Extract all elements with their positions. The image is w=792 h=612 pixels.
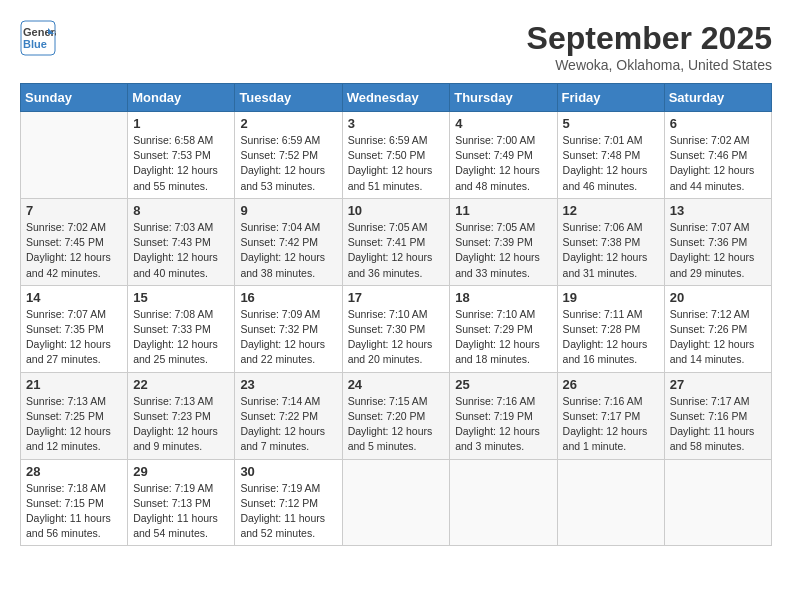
day-number: 9 xyxy=(240,203,336,218)
day-info: Sunrise: 7:11 AM Sunset: 7:28 PM Dayligh… xyxy=(563,307,659,368)
calendar-cell: 24Sunrise: 7:15 AM Sunset: 7:20 PM Dayli… xyxy=(342,372,450,459)
calendar-cell: 3Sunrise: 6:59 AM Sunset: 7:50 PM Daylig… xyxy=(342,112,450,199)
weekday-header-row: SundayMondayTuesdayWednesdayThursdayFrid… xyxy=(21,84,772,112)
calendar-cell: 4Sunrise: 7:00 AM Sunset: 7:49 PM Daylig… xyxy=(450,112,557,199)
weekday-header: Tuesday xyxy=(235,84,342,112)
calendar-cell: 5Sunrise: 7:01 AM Sunset: 7:48 PM Daylig… xyxy=(557,112,664,199)
day-info: Sunrise: 7:03 AM Sunset: 7:43 PM Dayligh… xyxy=(133,220,229,281)
day-info: Sunrise: 7:10 AM Sunset: 7:29 PM Dayligh… xyxy=(455,307,551,368)
calendar-cell: 9Sunrise: 7:04 AM Sunset: 7:42 PM Daylig… xyxy=(235,198,342,285)
day-number: 27 xyxy=(670,377,766,392)
day-number: 8 xyxy=(133,203,229,218)
day-info: Sunrise: 7:01 AM Sunset: 7:48 PM Dayligh… xyxy=(563,133,659,194)
calendar-cell: 20Sunrise: 7:12 AM Sunset: 7:26 PM Dayli… xyxy=(664,285,771,372)
day-info: Sunrise: 7:16 AM Sunset: 7:19 PM Dayligh… xyxy=(455,394,551,455)
calendar-cell xyxy=(557,459,664,546)
day-number: 22 xyxy=(133,377,229,392)
day-number: 2 xyxy=(240,116,336,131)
day-info: Sunrise: 7:02 AM Sunset: 7:46 PM Dayligh… xyxy=(670,133,766,194)
calendar-cell xyxy=(342,459,450,546)
day-info: Sunrise: 6:59 AM Sunset: 7:52 PM Dayligh… xyxy=(240,133,336,194)
calendar-cell: 1Sunrise: 6:58 AM Sunset: 7:53 PM Daylig… xyxy=(128,112,235,199)
calendar-cell xyxy=(664,459,771,546)
calendar-week-row: 1Sunrise: 6:58 AM Sunset: 7:53 PM Daylig… xyxy=(21,112,772,199)
day-info: Sunrise: 7:09 AM Sunset: 7:32 PM Dayligh… xyxy=(240,307,336,368)
day-number: 11 xyxy=(455,203,551,218)
calendar-cell: 7Sunrise: 7:02 AM Sunset: 7:45 PM Daylig… xyxy=(21,198,128,285)
calendar-week-row: 7Sunrise: 7:02 AM Sunset: 7:45 PM Daylig… xyxy=(21,198,772,285)
calendar-cell: 22Sunrise: 7:13 AM Sunset: 7:23 PM Dayli… xyxy=(128,372,235,459)
day-number: 15 xyxy=(133,290,229,305)
calendar-cell: 6Sunrise: 7:02 AM Sunset: 7:46 PM Daylig… xyxy=(664,112,771,199)
calendar-cell: 10Sunrise: 7:05 AM Sunset: 7:41 PM Dayli… xyxy=(342,198,450,285)
calendar-cell: 17Sunrise: 7:10 AM Sunset: 7:30 PM Dayli… xyxy=(342,285,450,372)
day-number: 21 xyxy=(26,377,122,392)
calendar-cell xyxy=(21,112,128,199)
day-number: 30 xyxy=(240,464,336,479)
day-info: Sunrise: 7:13 AM Sunset: 7:25 PM Dayligh… xyxy=(26,394,122,455)
logo-icon: General Blue xyxy=(20,20,56,56)
day-number: 13 xyxy=(670,203,766,218)
day-number: 16 xyxy=(240,290,336,305)
calendar-cell: 26Sunrise: 7:16 AM Sunset: 7:17 PM Dayli… xyxy=(557,372,664,459)
day-number: 23 xyxy=(240,377,336,392)
day-number: 29 xyxy=(133,464,229,479)
calendar-cell: 19Sunrise: 7:11 AM Sunset: 7:28 PM Dayli… xyxy=(557,285,664,372)
weekday-header: Saturday xyxy=(664,84,771,112)
calendar-cell: 27Sunrise: 7:17 AM Sunset: 7:16 PM Dayli… xyxy=(664,372,771,459)
day-number: 28 xyxy=(26,464,122,479)
calendar-cell: 13Sunrise: 7:07 AM Sunset: 7:36 PM Dayli… xyxy=(664,198,771,285)
calendar-cell: 28Sunrise: 7:18 AM Sunset: 7:15 PM Dayli… xyxy=(21,459,128,546)
calendar-cell: 16Sunrise: 7:09 AM Sunset: 7:32 PM Dayli… xyxy=(235,285,342,372)
day-info: Sunrise: 7:07 AM Sunset: 7:35 PM Dayligh… xyxy=(26,307,122,368)
calendar-cell: 11Sunrise: 7:05 AM Sunset: 7:39 PM Dayli… xyxy=(450,198,557,285)
calendar-cell: 29Sunrise: 7:19 AM Sunset: 7:13 PM Dayli… xyxy=(128,459,235,546)
day-info: Sunrise: 7:18 AM Sunset: 7:15 PM Dayligh… xyxy=(26,481,122,542)
calendar-cell: 30Sunrise: 7:19 AM Sunset: 7:12 PM Dayli… xyxy=(235,459,342,546)
day-number: 1 xyxy=(133,116,229,131)
day-info: Sunrise: 7:19 AM Sunset: 7:13 PM Dayligh… xyxy=(133,481,229,542)
day-number: 3 xyxy=(348,116,445,131)
svg-text:Blue: Blue xyxy=(23,38,47,50)
calendar-cell: 25Sunrise: 7:16 AM Sunset: 7:19 PM Dayli… xyxy=(450,372,557,459)
day-info: Sunrise: 7:15 AM Sunset: 7:20 PM Dayligh… xyxy=(348,394,445,455)
calendar-cell: 21Sunrise: 7:13 AM Sunset: 7:25 PM Dayli… xyxy=(21,372,128,459)
calendar-cell: 18Sunrise: 7:10 AM Sunset: 7:29 PM Dayli… xyxy=(450,285,557,372)
day-info: Sunrise: 7:00 AM Sunset: 7:49 PM Dayligh… xyxy=(455,133,551,194)
day-number: 20 xyxy=(670,290,766,305)
calendar-table: SundayMondayTuesdayWednesdayThursdayFrid… xyxy=(20,83,772,546)
calendar-cell: 8Sunrise: 7:03 AM Sunset: 7:43 PM Daylig… xyxy=(128,198,235,285)
day-number: 14 xyxy=(26,290,122,305)
calendar-cell: 23Sunrise: 7:14 AM Sunset: 7:22 PM Dayli… xyxy=(235,372,342,459)
day-info: Sunrise: 7:16 AM Sunset: 7:17 PM Dayligh… xyxy=(563,394,659,455)
day-number: 26 xyxy=(563,377,659,392)
page-header: General Blue September 2025 Wewoka, Okla… xyxy=(20,20,772,73)
day-info: Sunrise: 7:10 AM Sunset: 7:30 PM Dayligh… xyxy=(348,307,445,368)
day-info: Sunrise: 7:05 AM Sunset: 7:39 PM Dayligh… xyxy=(455,220,551,281)
day-number: 7 xyxy=(26,203,122,218)
day-info: Sunrise: 7:13 AM Sunset: 7:23 PM Dayligh… xyxy=(133,394,229,455)
weekday-header: Thursday xyxy=(450,84,557,112)
day-info: Sunrise: 7:19 AM Sunset: 7:12 PM Dayligh… xyxy=(240,481,336,542)
day-info: Sunrise: 7:12 AM Sunset: 7:26 PM Dayligh… xyxy=(670,307,766,368)
calendar-week-row: 21Sunrise: 7:13 AM Sunset: 7:25 PM Dayli… xyxy=(21,372,772,459)
calendar-week-row: 14Sunrise: 7:07 AM Sunset: 7:35 PM Dayli… xyxy=(21,285,772,372)
calendar-cell xyxy=(450,459,557,546)
day-number: 5 xyxy=(563,116,659,131)
weekday-header: Sunday xyxy=(21,84,128,112)
day-number: 18 xyxy=(455,290,551,305)
day-number: 25 xyxy=(455,377,551,392)
month-title: September 2025 xyxy=(527,20,772,57)
day-info: Sunrise: 7:08 AM Sunset: 7:33 PM Dayligh… xyxy=(133,307,229,368)
day-info: Sunrise: 7:07 AM Sunset: 7:36 PM Dayligh… xyxy=(670,220,766,281)
weekday-header: Monday xyxy=(128,84,235,112)
location: Wewoka, Oklahoma, United States xyxy=(527,57,772,73)
day-info: Sunrise: 7:04 AM Sunset: 7:42 PM Dayligh… xyxy=(240,220,336,281)
day-info: Sunrise: 7:05 AM Sunset: 7:41 PM Dayligh… xyxy=(348,220,445,281)
weekday-header: Wednesday xyxy=(342,84,450,112)
day-info: Sunrise: 7:02 AM Sunset: 7:45 PM Dayligh… xyxy=(26,220,122,281)
calendar-cell: 15Sunrise: 7:08 AM Sunset: 7:33 PM Dayli… xyxy=(128,285,235,372)
calendar-cell: 12Sunrise: 7:06 AM Sunset: 7:38 PM Dayli… xyxy=(557,198,664,285)
title-block: September 2025 Wewoka, Oklahoma, United … xyxy=(527,20,772,73)
day-info: Sunrise: 6:59 AM Sunset: 7:50 PM Dayligh… xyxy=(348,133,445,194)
